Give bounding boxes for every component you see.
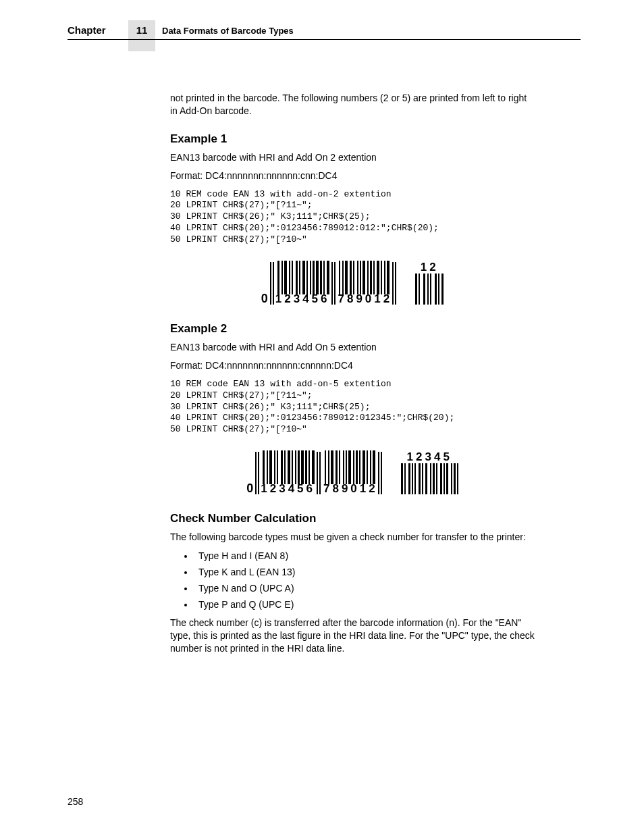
example2-code: 10 REM code EAN 13 with add-on-5 extenti… [170, 379, 535, 436]
ean13-lead-digit: 0 [246, 482, 253, 494]
chapter-number: 11 [136, 24, 148, 36]
guard-left [255, 452, 261, 494]
ean13-right-digits: 789012 [323, 483, 378, 494]
example2-heading: Example 2 [170, 322, 535, 336]
ean13-barcode: 0 123456 [261, 261, 398, 305]
page-number: 258 [68, 796, 83, 807]
example1-barcode-figure: 0 123456 [170, 261, 535, 305]
header-rule [68, 39, 581, 40]
ean13-left-digits: 123456 [275, 293, 330, 305]
check-heading: Check Number Calculation [170, 512, 535, 525]
intro-continuation: not printed in the barcode. The followin… [170, 92, 535, 118]
guard-left [270, 262, 275, 305]
ean13-right-digits: 789012 [338, 293, 393, 305]
example2-format: Format: DC4:nnnnnnn:nnnnnn:cnnnnn:DC4 [170, 359, 535, 372]
ean13-left-digits: 123456 [261, 483, 315, 494]
list-item: Type P and Q (UPC E) [194, 599, 535, 610]
addon2-digits: 12 [421, 261, 439, 273]
guard-right [378, 452, 383, 494]
example2-barcode-figure: 0 123456 [170, 450, 535, 494]
example2-desc: EAN13 barcode with HRI and Add On 5 exte… [170, 341, 535, 354]
addon2-barcode: 12 [415, 261, 444, 305]
chapter-number-box: 11 [128, 20, 155, 51]
example1-heading: Example 1 [170, 132, 535, 146]
guard-right [392, 262, 398, 305]
document-page: Chapter 11 Data Formats of Barcode Types… [0, 0, 644, 834]
chapter-title: Data Formats of Barcode Types [162, 26, 294, 36]
example1-desc: EAN13 barcode with HRI and Add On 2 exte… [170, 151, 535, 164]
ean13-left-half: 123456 [275, 261, 330, 305]
guard-center [315, 452, 323, 494]
check-outro: The check number (c) is transferred afte… [170, 617, 535, 655]
ean13-lead-digit: 0 [261, 292, 268, 305]
list-item: Type K and L (EAN 13) [194, 567, 535, 577]
ean13-right-half: 789012 [338, 261, 393, 305]
addon5-digits: 12345 [407, 451, 452, 463]
ean13-barcode: 0 123456 [246, 450, 383, 494]
ean13-bars: 123456 789012 [270, 261, 398, 305]
guard-center [330, 262, 338, 305]
ean13-right-half: 789012 [323, 450, 378, 494]
page-content: not printed in the barcode. The followin… [170, 86, 535, 660]
check-bullet-list: Type H and I (EAN 8) Type K and L (EAN 1… [170, 550, 535, 610]
ean13-left-half: 123456 [261, 450, 315, 494]
check-intro: The following barcode types must be give… [170, 531, 535, 544]
ean13-bars: 123456 789012 [255, 450, 383, 494]
example1-format: Format: DC4:nnnnnnn:nnnnnn:cnn:DC4 [170, 170, 535, 182]
list-item: Type H and I (EAN 8) [194, 550, 535, 561]
addon5-barcode: 12345 [401, 451, 458, 494]
list-item: Type N and O (UPC A) [194, 583, 535, 594]
chapter-label: Chapter [68, 24, 106, 36]
example1-code: 10 REM code EAN 13 with add-on-2 extenti… [170, 189, 535, 246]
